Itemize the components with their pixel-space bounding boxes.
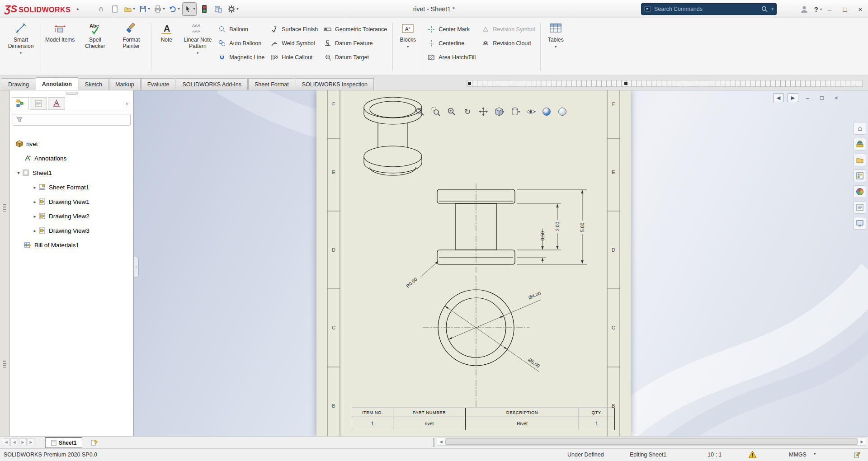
maximize-button[interactable]: □ <box>837 0 853 18</box>
scroll-left-icon[interactable]: ◀ <box>437 438 445 445</box>
dropdown-icon[interactable]: ▾ <box>555 45 557 49</box>
options-button[interactable]: ▾ <box>226 2 240 16</box>
file-explorer-button[interactable] <box>854 154 866 166</box>
forum-button[interactable] <box>854 217 866 230</box>
appearances-button[interactable] <box>854 185 866 198</box>
horizontal-scrollbar[interactable]: ◀ ▶ <box>437 437 866 446</box>
dropdown-icon[interactable]: ▾ <box>502 110 504 114</box>
units-dropdown-icon[interactable]: ▾ <box>814 452 816 456</box>
tree-item-drawing-view1[interactable]: ▸ Drawing View1 <box>10 194 133 209</box>
expander-icon[interactable]: ▸ <box>32 214 38 219</box>
splitter-grip[interactable] <box>3 204 6 212</box>
tree-filter-input[interactable] <box>13 114 131 126</box>
custom-properties-button[interactable] <box>854 201 866 214</box>
dimension-text[interactable]: 0.50 3.00 5.00 R0.50 Ø4.00 Ø5.00 <box>405 222 585 369</box>
help-button[interactable]: ? <box>814 5 818 13</box>
hole-callout-button[interactable]: Hole Callout <box>268 50 321 64</box>
first-sheet-button[interactable]: ◀ <box>2 438 9 446</box>
dropdown-icon[interactable]: ▾ <box>236 7 238 11</box>
tags-icon[interactable] <box>854 451 861 459</box>
zoom-in-out-button[interactable] <box>446 106 458 118</box>
tab-sheet-format[interactable]: Sheet Format <box>248 78 295 90</box>
dropdown-icon[interactable]: ▾ <box>534 110 536 114</box>
bill-of-materials-table[interactable]: ITEM NO. PART NUMBER DESCRIPTION QTY. 1 … <box>352 408 615 430</box>
dropdown-icon[interactable]: ▾ <box>197 51 198 55</box>
tree-item-drawing-view2[interactable]: ▸ Drawing View2 <box>10 209 133 223</box>
status-lights-button[interactable] <box>198 2 211 16</box>
centerline-button[interactable]: Centerline <box>425 36 479 50</box>
tab-annotation[interactable]: Annotation <box>36 77 78 90</box>
panel-tabs-overflow-icon[interactable]: › <box>122 99 132 107</box>
tree-item-bill-of-materials1[interactable]: Bill of Materials1 <box>10 238 133 252</box>
close-button[interactable]: × <box>853 0 868 18</box>
expander-icon[interactable]: ▸ <box>32 228 38 233</box>
revision-cloud-button[interactable]: Revision Cloud <box>479 36 538 50</box>
zoom-to-fit-button[interactable] <box>414 106 426 118</box>
new-document-button[interactable] <box>108 2 121 16</box>
tab-sketch[interactable]: Sketch <box>79 78 108 90</box>
scroll-right-icon[interactable]: ▶ <box>858 438 866 445</box>
dropdown-icon[interactable]: ▾ <box>148 7 150 11</box>
search-scope-icon[interactable] <box>644 5 651 13</box>
surface-finish-button[interactable]: Surface Finish <box>268 22 321 36</box>
smart-dimension-button[interactable]: Smart Dimension ▾ <box>3 19 39 75</box>
dropdown-icon[interactable]: ▾ <box>20 51 22 55</box>
property-manager-tab[interactable] <box>30 97 47 110</box>
area-hatch-fill-button[interactable]: Area Hatch/Fill <box>425 50 479 64</box>
save-button[interactable]: ▾ <box>137 2 151 16</box>
bom-data-row[interactable]: 1 rivet Rivet 1 <box>352 417 615 430</box>
doc-minimize-button[interactable]: – <box>802 93 813 102</box>
warning-icon[interactable] <box>748 451 757 459</box>
select-tool-button[interactable]: ▾ <box>182 2 197 16</box>
tab-drawing[interactable]: Drawing <box>2 78 35 90</box>
weld-symbol-button[interactable]: Weld Symbol <box>268 36 321 50</box>
magnetic-line-button[interactable]: Magnetic Line <box>216 50 268 64</box>
user-account-icon[interactable] <box>800 5 809 14</box>
tree-item-rivet[interactable]: rivet <box>10 136 133 151</box>
zoom-to-area-button[interactable] <box>430 106 442 118</box>
tab-markup[interactable]: Markup <box>109 78 141 90</box>
tree-item-annotations[interactable]: Annotations <box>10 151 133 165</box>
scrollbar-thumb[interactable] <box>445 438 858 445</box>
linear-note-pattern-button[interactable]: AAAAAA Linear Note Pattern ▾ <box>179 19 216 75</box>
expander-icon[interactable]: ▸ <box>32 199 38 204</box>
doc-close-button[interactable]: × <box>831 93 842 102</box>
rotate-view-button[interactable]: ↻ <box>462 106 473 118</box>
blocks-button[interactable]: A° Blocks ▾ <box>395 19 421 75</box>
sheet-scale-label[interactable]: 10 : 1 <box>708 452 722 458</box>
feature-manager-tab[interactable] <box>12 97 29 110</box>
scrollbar-splitter[interactable] <box>433 438 434 447</box>
sheet-tab-sheet1[interactable]: Sheet1 <box>45 437 82 448</box>
datum-target-button[interactable]: Datum Target <box>321 50 391 64</box>
tables-button[interactable]: Tables ▾ <box>542 19 569 75</box>
view-orientation-button[interactable]: ▾ <box>493 106 505 118</box>
dimension-lines[interactable] <box>420 189 587 372</box>
splitter-grip[interactable] <box>3 361 6 368</box>
dropdown-icon[interactable]: ▾ <box>407 45 409 49</box>
minimize-button[interactable]: – <box>822 0 837 18</box>
dropdown-icon[interactable]: ▾ <box>163 7 165 11</box>
apply-scene-button[interactable] <box>557 106 568 118</box>
configuration-manager-tab[interactable] <box>48 97 65 110</box>
next-window-button[interactable]: ▶ <box>788 93 798 102</box>
previous-window-button[interactable]: ◀ <box>773 93 784 102</box>
document-properties-button[interactable] <box>212 2 225 16</box>
drawing-sheet[interactable]: F E D C B F E D C B <box>316 90 631 436</box>
tree-item-drawing-view3[interactable]: ▸ Drawing View3 <box>10 223 133 238</box>
expander-icon[interactable]: ▾ <box>15 170 22 175</box>
geometric-tolerance-button[interactable]: Geometric Tolerance <box>321 22 391 36</box>
dropdown-icon[interactable]: ▾ <box>133 7 135 11</box>
tree-item-sheet1[interactable]: ▾ Sheet1 <box>10 165 133 180</box>
undo-button[interactable]: ▾ <box>167 2 181 16</box>
panel-resize-handle[interactable] <box>66 92 78 95</box>
pan-button[interactable] <box>477 106 489 118</box>
expander-icon[interactable]: ▸ <box>32 185 38 190</box>
search-box[interactable]: Search Commands ▾ <box>641 3 777 15</box>
tab-evaluate[interactable]: Evaluate <box>141 78 176 90</box>
tab-solidworks-add-ins[interactable]: SOLIDWORKS Add-Ins <box>176 78 248 90</box>
graphics-area[interactable]: F E D C B F E D C B <box>134 90 868 436</box>
units-selector[interactable]: MMGS <box>789 452 807 458</box>
menu-expander-icon[interactable]: ▸ <box>77 6 79 11</box>
search-dropdown-icon[interactable]: ▾ <box>771 7 774 11</box>
solidworks-resources-button[interactable]: ⌂ <box>854 122 866 135</box>
